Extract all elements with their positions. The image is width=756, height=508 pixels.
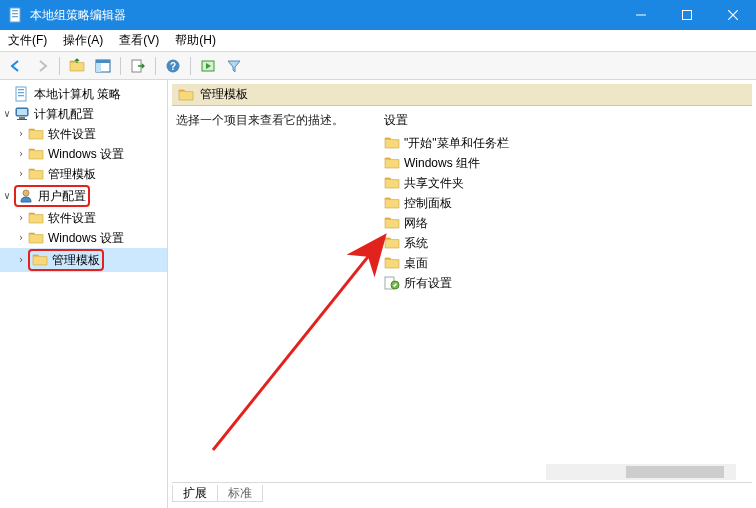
- action-button[interactable]: [196, 55, 220, 77]
- filter-icon: [226, 58, 242, 74]
- list-item-all-settings[interactable]: 所有设置: [384, 273, 748, 293]
- tree-label: 软件设置: [48, 125, 96, 143]
- folder-icon: [178, 87, 194, 103]
- list-item-control-panel[interactable]: 控制面板: [384, 193, 748, 213]
- title-bar: 本地组策略编辑器: [0, 0, 756, 30]
- tree-twisty-collapsed[interactable]: ›: [14, 145, 28, 163]
- svg-text:?: ?: [170, 61, 176, 72]
- menu-bar: 文件(F) 操作(A) 查看(V) 帮助(H): [0, 30, 756, 52]
- menu-action[interactable]: 操作(A): [55, 30, 111, 51]
- close-icon: [728, 10, 738, 20]
- tree-software-settings[interactable]: › 软件设置: [0, 124, 167, 144]
- content-pane: 管理模板 选择一个项目来查看它的描述。 设置 "开始"菜单和任务栏 Window…: [168, 80, 756, 508]
- list-column-header[interactable]: 设置: [384, 112, 748, 133]
- svg-rect-14: [96, 63, 101, 72]
- tree-computer-config[interactable]: ∨ 计算机配置: [0, 104, 167, 124]
- view-tabs: 扩展 标准: [172, 482, 752, 502]
- action-icon: [200, 58, 216, 74]
- list-item-windows-components[interactable]: Windows 组件: [384, 153, 748, 173]
- tree-twisty-expanded[interactable]: ∨: [0, 105, 14, 123]
- menu-file[interactable]: 文件(F): [0, 30, 55, 51]
- close-button[interactable]: [710, 0, 756, 30]
- annotation-highlight: 用户配置: [14, 185, 90, 207]
- list-item-start-menu[interactable]: "开始"菜单和任务栏: [384, 133, 748, 153]
- forward-arrow-icon: [34, 58, 50, 74]
- panel-icon: [95, 58, 111, 74]
- window-title: 本地组策略编辑器: [30, 7, 618, 24]
- tree-admin-templates[interactable]: › 管理模板: [0, 164, 167, 184]
- tree-twisty-collapsed[interactable]: ›: [14, 251, 28, 269]
- policy-root-icon: [14, 86, 30, 102]
- back-button[interactable]: [4, 55, 28, 77]
- export-list-button[interactable]: [126, 55, 150, 77]
- horizontal-scrollbar[interactable]: [546, 464, 736, 480]
- app-icon: [8, 7, 24, 23]
- folder-icon: [384, 175, 400, 191]
- list-item-label: Windows 组件: [404, 154, 480, 172]
- tab-standard[interactable]: 标准: [217, 485, 263, 502]
- folder-icon: [384, 155, 400, 171]
- folder-icon: [32, 252, 48, 268]
- folder-icon: [28, 146, 44, 162]
- forward-button[interactable]: [30, 55, 54, 77]
- all-settings-icon: [384, 275, 400, 291]
- folder-icon: [28, 210, 44, 226]
- tree-twisty-collapsed[interactable]: ›: [14, 209, 28, 227]
- list-item-shared-folders[interactable]: 共享文件夹: [384, 173, 748, 193]
- toolbar-separator: [155, 57, 156, 75]
- list-item-label: 所有设置: [404, 274, 452, 292]
- tree-windows-settings[interactable]: › Windows 设置: [0, 144, 167, 164]
- content-title: 管理模板: [200, 86, 248, 103]
- tree-label: 管理模板: [52, 251, 100, 269]
- tree-label: Windows 设置: [48, 145, 124, 163]
- help-button[interactable]: ?: [161, 55, 185, 77]
- list-item-network[interactable]: 网络: [384, 213, 748, 233]
- tree-root[interactable]: ▾ 本地计算机 策略: [0, 84, 167, 104]
- list-item-system[interactable]: 系统: [384, 233, 748, 253]
- computer-icon: [14, 106, 30, 122]
- minimize-button[interactable]: [618, 0, 664, 30]
- minimize-icon: [636, 10, 646, 20]
- tree-label: 软件设置: [48, 209, 96, 227]
- tree-label: 用户配置: [38, 187, 86, 205]
- svg-rect-13: [96, 60, 110, 63]
- tree-twisty-expanded[interactable]: ∨: [0, 187, 14, 205]
- up-folder-button[interactable]: [65, 55, 89, 77]
- toolbar-separator: [59, 57, 60, 75]
- details-row: 选择一个项目来查看它的描述。 设置 "开始"菜单和任务栏 Windows 组件 …: [168, 106, 756, 293]
- list-item-label: 桌面: [404, 254, 428, 272]
- toolbar: ?: [0, 52, 756, 80]
- description-column: 选择一个项目来查看它的描述。: [176, 112, 376, 293]
- tree-twisty-collapsed[interactable]: ›: [14, 229, 28, 247]
- tab-extended[interactable]: 扩展: [172, 485, 218, 502]
- client-area: ▾ 本地计算机 策略 ∨ 计算机配置 › 软件设置 › Windows 设置 ›…: [0, 80, 756, 508]
- user-icon: [18, 188, 34, 204]
- tree-twisty-collapsed[interactable]: ›: [14, 165, 28, 183]
- list-item-label: 控制面板: [404, 194, 452, 212]
- help-icon: ?: [165, 58, 181, 74]
- scrollbar-thumb[interactable]: [626, 466, 724, 478]
- tree-windows-settings-user[interactable]: › Windows 设置: [0, 228, 167, 248]
- tree-label: 本地计算机 策略: [34, 85, 121, 103]
- list-item-desktop[interactable]: 桌面: [384, 253, 748, 273]
- annotation-highlight: 管理模板: [28, 249, 104, 271]
- filter-button[interactable]: [222, 55, 246, 77]
- folder-icon: [384, 135, 400, 151]
- list-item-label: 系统: [404, 234, 428, 252]
- tree-software-settings-user[interactable]: › 软件设置: [0, 208, 167, 228]
- maximize-button[interactable]: [664, 0, 710, 30]
- folder-up-icon: [69, 58, 85, 74]
- tree-admin-templates-user[interactable]: › 管理模板: [0, 248, 167, 272]
- export-icon: [130, 58, 146, 74]
- navigation-tree[interactable]: ▾ 本地计算机 策略 ∨ 计算机配置 › 软件设置 › Windows 设置 ›…: [0, 80, 168, 508]
- tree-label: Windows 设置: [48, 229, 124, 247]
- tree-twisty-collapsed[interactable]: ›: [14, 125, 28, 143]
- menu-help[interactable]: 帮助(H): [167, 30, 224, 51]
- list-item-label: "开始"菜单和任务栏: [404, 134, 509, 152]
- tree-user-config[interactable]: ∨ 用户配置: [0, 184, 167, 208]
- menu-view[interactable]: 查看(V): [111, 30, 167, 51]
- folder-icon: [28, 230, 44, 246]
- folder-icon: [384, 215, 400, 231]
- show-hide-tree-button[interactable]: [91, 55, 115, 77]
- folder-icon: [28, 166, 44, 182]
